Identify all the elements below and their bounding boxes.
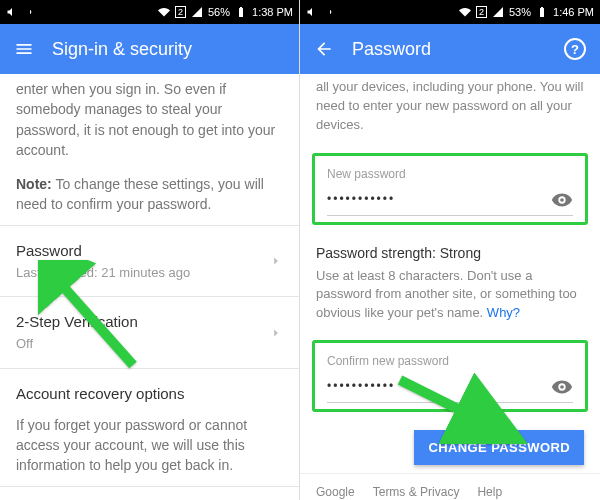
wifi-icon [459,6,471,18]
password-desc: all your devices, including your phone. … [300,74,600,145]
app-bar: Sign-in & security [0,24,299,74]
confirm-password-label: Confirm new password [327,353,573,370]
recovery-desc: If you forget your password or cannot ac… [0,411,299,486]
section-account-recovery: Account recovery options [0,368,299,411]
content: enter when you sign in. So even if someb… [0,74,299,500]
row-recovery-email[interactable]: Recovery email [0,486,299,500]
app-bar: Password ? [300,24,600,74]
battery-icon [235,6,247,18]
row-title: Password [16,240,269,262]
new-password-field[interactable]: ••••••••••• [327,191,543,208]
row-title: 2-Step Verification [16,311,269,333]
chevron-right-icon [269,254,283,268]
chevron-right-icon [269,326,283,340]
clock: 1:38 PM [252,6,293,18]
status-bar: 2 56% 1:38 PM [0,0,299,24]
new-password-label: New password [327,166,573,183]
password-tip: Use at least 8 characters. Don't use a p… [316,267,584,322]
volume-icon [306,6,318,18]
battery-icon [536,6,548,18]
content: all your devices, including your phone. … [300,74,600,500]
hamburger-icon[interactable] [14,39,34,59]
back-arrow-icon[interactable] [314,39,334,59]
row-password[interactable]: Password Last changed: 21 minutes ago [0,225,299,297]
battery-text: 56% [208,6,230,18]
battery-text: 53% [509,6,531,18]
visibility-icon[interactable] [551,376,573,398]
screen-password: 2 53% 1:46 PM Password ? all your device… [300,0,600,500]
change-password-button[interactable]: CHANGE PASSWORD [414,430,584,465]
screen-signin-security: 2 56% 1:38 PM Sign-in & security enter w… [0,0,300,500]
highlight-new-password: New password ••••••••••• [312,153,588,225]
wifi-icon [158,6,170,18]
intro-text: enter when you sign in. So even if someb… [0,74,299,225]
highlight-confirm-password: Confirm new password ••••••••••• [312,340,588,412]
signal-icon [191,6,203,18]
status-bar: 2 53% 1:46 PM [300,0,600,24]
strength-block: Password strength: Strong Use at least 8… [300,233,600,332]
footer-help[interactable]: Help [477,484,502,500]
visibility-icon[interactable] [551,189,573,211]
signal-icon [492,6,504,18]
sim-indicator: 2 [476,6,487,18]
page-title: Sign-in & security [52,39,285,60]
why-link[interactable]: Why? [487,305,520,320]
strength-value: Strong [440,245,481,261]
vibrate-icon [23,6,35,18]
volume-icon [6,6,18,18]
help-icon[interactable]: ? [564,38,586,60]
row-subtitle: Last changed: 21 minutes ago [16,264,269,283]
sim-indicator: 2 [175,6,186,18]
vibrate-icon [323,6,335,18]
row-subtitle: Off [16,335,269,354]
footer-terms[interactable]: Terms & Privacy [373,484,460,500]
page-title: Password [352,39,546,60]
confirm-password-field[interactable]: ••••••••••• [327,378,543,395]
row-two-step[interactable]: 2-Step Verification Off [0,296,299,368]
footer-google[interactable]: Google [316,484,355,500]
clock: 1:46 PM [553,6,594,18]
footer-links: Google Terms & Privacy Help [300,473,600,500]
